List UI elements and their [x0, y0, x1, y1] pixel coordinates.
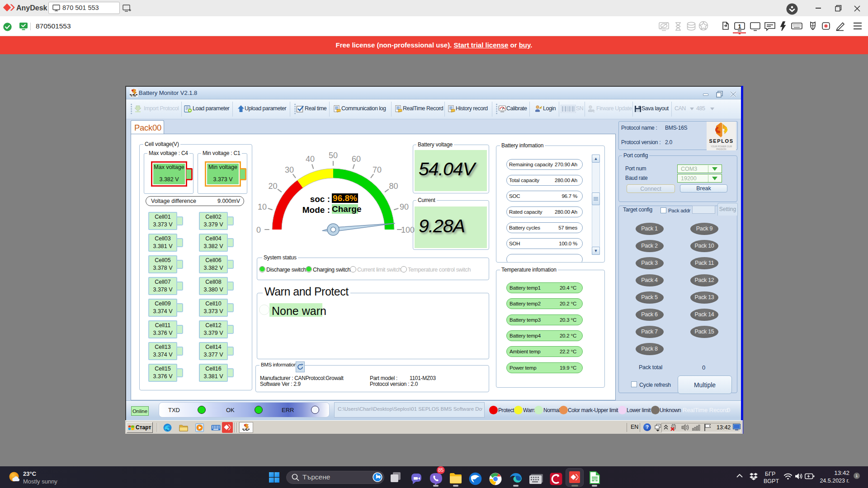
- svg-text:10: 10: [258, 202, 267, 211]
- svg-text:90: 90: [400, 202, 409, 211]
- svg-text:80: 80: [389, 182, 398, 191]
- svg-text:50: 50: [329, 151, 338, 160]
- svg-text:60: 60: [352, 155, 361, 164]
- svg-text:70: 70: [373, 165, 382, 174]
- svg-text:0: 0: [256, 225, 261, 235]
- svg-text:1: 1: [738, 23, 741, 30]
- svg-text:30: 30: [285, 165, 294, 174]
- svg-text:40: 40: [306, 155, 315, 164]
- svg-text:20: 20: [268, 182, 277, 191]
